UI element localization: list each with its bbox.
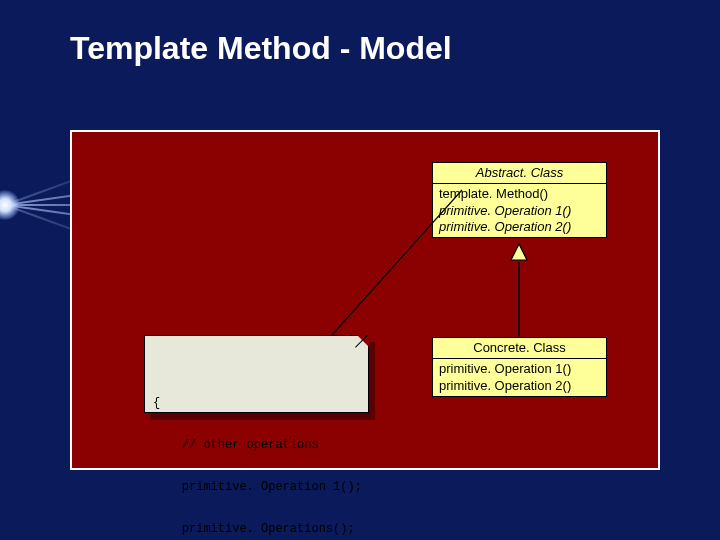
concrete-class-box: Concrete. Class primitive. Operation 1()…: [432, 337, 607, 397]
note-line1: {: [153, 396, 360, 410]
method-primitive1-concrete: primitive. Operation 1(): [439, 361, 600, 377]
note-line4: primitive. Operations();: [153, 522, 360, 536]
abstract-class-methods: template. Method() primitive. Operation …: [433, 184, 606, 237]
slide-title: Template Method - Model: [70, 30, 452, 67]
code-note: { // other operations primitive. Operati…: [144, 335, 369, 413]
method-primitive2-concrete: primitive. Operation 2(): [439, 378, 600, 394]
concrete-class-name: Concrete. Class: [433, 338, 606, 359]
method-primitive1: primitive. Operation 1(): [439, 203, 600, 219]
method-template: template. Method(): [439, 186, 600, 202]
inheritance-arrowhead-icon: [511, 244, 527, 260]
method-primitive2: primitive. Operation 2(): [439, 219, 600, 235]
note-line2: // other operations: [153, 438, 360, 452]
diagram-frame: Abstract. Class template. Method() primi…: [70, 130, 660, 470]
note-line3: primitive. Operation 1();: [153, 480, 360, 494]
concrete-class-methods: primitive. Operation 1() primitive. Oper…: [433, 359, 606, 396]
abstract-class-box: Abstract. Class template. Method() primi…: [432, 162, 607, 238]
abstract-class-name: Abstract. Class: [433, 163, 606, 184]
